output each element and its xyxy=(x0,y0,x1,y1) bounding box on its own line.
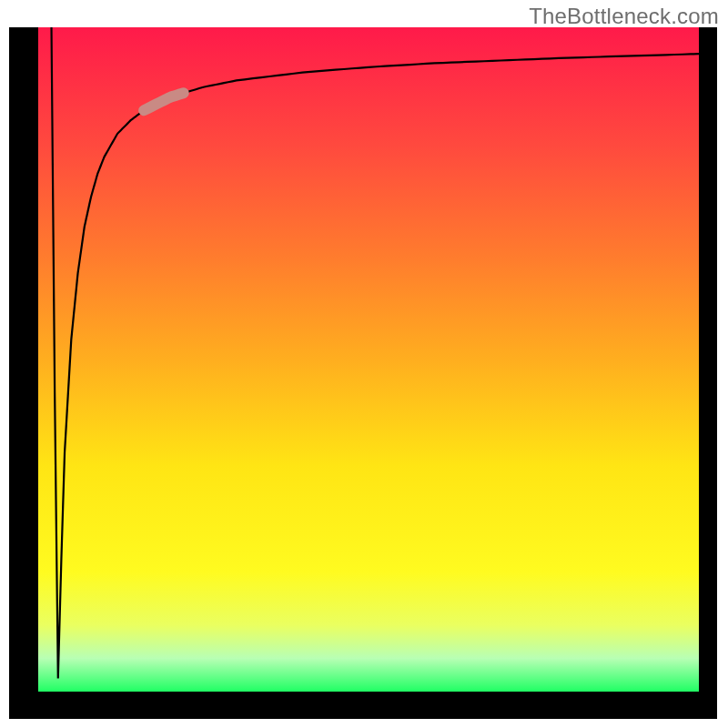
axis-border-right xyxy=(699,27,717,719)
plot-area xyxy=(9,27,717,719)
axis-border-bottom xyxy=(9,692,717,719)
highlight-segment xyxy=(144,93,184,110)
chart-frame: TheBottleneck.com xyxy=(0,0,728,728)
curve-layer xyxy=(38,27,699,692)
main-curve xyxy=(52,27,699,678)
watermark-text: TheBottleneck.com xyxy=(529,4,719,29)
axis-border-left xyxy=(9,27,38,719)
